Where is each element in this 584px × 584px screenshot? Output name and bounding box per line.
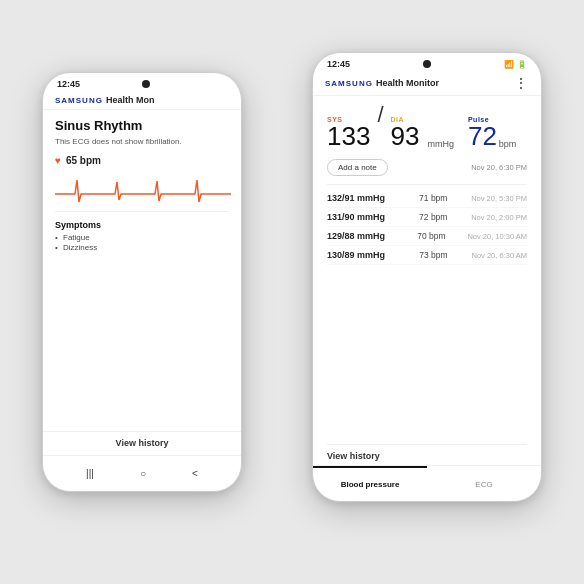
tab-ecg[interactable]: ECG [427, 466, 541, 501]
left-nav-system: ||| ○ < [43, 456, 241, 491]
add-note-button[interactable]: Add a note [327, 159, 388, 176]
bpm-value: 65 bpm [66, 155, 101, 166]
ecg-svg [55, 172, 231, 208]
sys-value: 133 [327, 123, 370, 149]
bp-unit: mmHg [427, 139, 454, 149]
right-app-name: Health Monitor [376, 78, 439, 88]
record-row-1: 132/91 mmHg 71 bpm Nov 20, 5:30 PM [327, 189, 527, 208]
dia-group: DIA 93 [391, 116, 420, 149]
record-2-bpm: 72 bpm [419, 212, 459, 222]
record-3-bpm: 70 bpm [417, 231, 457, 241]
record-3-val: 129/88 mmHg [327, 231, 407, 241]
right-status-bar: 12:45 📶 🔋 [313, 53, 541, 71]
sys-group: SYS 133 [327, 116, 370, 149]
record-4-val: 130/89 mmHg [327, 250, 407, 260]
record-3-date: Nov 20, 10:30 AM [467, 232, 527, 241]
wifi-icon: 📶 [504, 60, 514, 69]
phones-container: 12:45 SAMSUNG Health Mon Sinus Rhythm Th… [22, 32, 562, 552]
record-1-date: Nov 20, 5:30 PM [471, 194, 527, 203]
right-app-header: SAMSUNG Health Monitor ⋮ [313, 71, 541, 96]
pulse-unit: bpm [499, 139, 517, 149]
ecg-chart [55, 172, 229, 212]
battery-icon: 🔋 [517, 60, 527, 69]
bp-records-list: 132/91 mmHg 71 bpm Nov 20, 5:30 PM 131/9… [327, 189, 527, 265]
record-row-3: 129/88 mmHg 70 bpm Nov 20, 10:30 AM [327, 227, 527, 246]
record-4-bpm: 73 bpm [419, 250, 459, 260]
bp-slash: / [377, 102, 383, 128]
note-date: Nov 20, 6:30 PM [471, 163, 527, 172]
left-nav-recent[interactable]: ||| [86, 468, 94, 479]
left-samsung-logo: SAMSUNG [55, 96, 103, 105]
add-note-row: Add a note Nov 20, 6:30 PM [327, 159, 527, 176]
left-view-history[interactable]: View history [43, 431, 241, 453]
tab-bp-label: Blood pressure [341, 480, 400, 489]
ecg-content: Sinus Rhythm This ECG does not show fibr… [43, 110, 241, 261]
more-icon[interactable]: ⋮ [514, 75, 529, 91]
ecg-description: This ECG does not show fibrillation. [55, 137, 229, 147]
left-app-header: SAMSUNG Health Mon [43, 91, 241, 110]
record-row-2: 131/90 mmHg 72 bpm Nov 20, 2:00 PM [327, 208, 527, 227]
left-bottom-nav: ||| ○ < [43, 455, 241, 491]
left-notch [142, 80, 150, 88]
symptom-dizziness: Dizziness [55, 243, 229, 252]
record-4-date: Nov 20, 6:30 AM [472, 251, 527, 260]
left-nav-home[interactable]: ○ [140, 468, 146, 479]
record-2-val: 131/90 mmHg [327, 212, 407, 222]
pulse-value: 72 [468, 123, 497, 149]
symptoms-title: Symptoms [55, 220, 229, 230]
bpm-row: ♥ 65 bpm [55, 155, 229, 166]
right-phone: 12:45 📶 🔋 SAMSUNG Health Monitor ⋮ SYS 1… [312, 52, 542, 502]
divider [327, 184, 527, 185]
bp-main: SYS 133 / DIA 93 mmHg Pulse 72 bpm [313, 96, 541, 265]
right-nav-tabs: Blood pressure ECG [313, 466, 541, 501]
bp-values-row: SYS 133 / DIA 93 mmHg Pulse 72 bpm [327, 102, 527, 149]
tab-ecg-label: ECG [475, 480, 492, 489]
right-notch [423, 60, 431, 68]
left-status-bar: 12:45 [43, 73, 241, 91]
record-2-date: Nov 20, 2:00 PM [471, 213, 527, 222]
record-1-val: 132/91 mmHg [327, 193, 407, 203]
left-app-name: Health Mon [106, 95, 155, 105]
right-bottom-nav: Blood pressure ECG [313, 465, 541, 501]
record-1-bpm: 71 bpm [419, 193, 459, 203]
left-phone: 12:45 SAMSUNG Health Mon Sinus Rhythm Th… [42, 72, 242, 492]
left-nav-back[interactable]: < [192, 468, 198, 479]
heart-icon: ♥ [55, 155, 61, 166]
pulse-group: Pulse 72 bpm [468, 116, 516, 149]
sinus-title: Sinus Rhythm [55, 118, 229, 133]
tab-blood-pressure[interactable]: Blood pressure [313, 466, 427, 501]
record-row-4: 130/89 mmHg 73 bpm Nov 20, 6:30 AM [327, 246, 527, 265]
right-status-icons: 📶 🔋 [504, 60, 527, 69]
symptom-fatigue: Fatigue [55, 233, 229, 242]
dia-value: 93 [391, 123, 420, 149]
symptoms-section: Symptoms Fatigue Dizziness [55, 220, 229, 252]
left-time: 12:45 [57, 79, 80, 89]
right-time: 12:45 [327, 59, 350, 69]
right-view-history[interactable]: View history [327, 444, 527, 465]
right-samsung-logo: SAMSUNG [325, 79, 373, 88]
